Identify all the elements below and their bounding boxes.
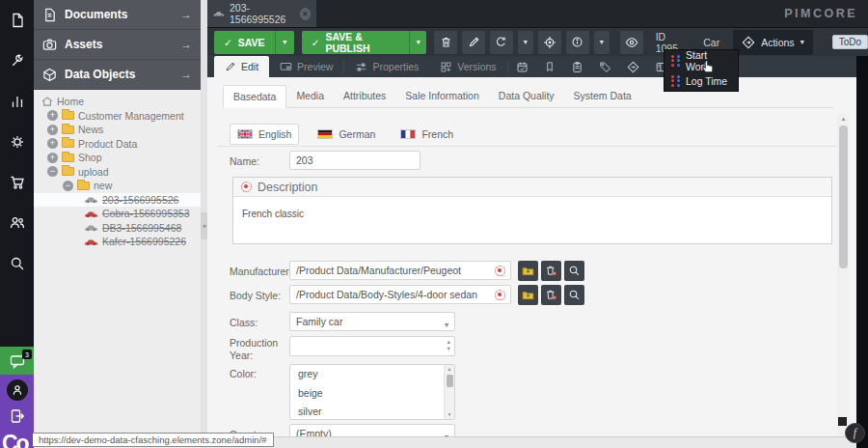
save-publish-dropdown-caret[interactable]: ▾ [409,31,426,54]
scroll-up-icon[interactable]: ▲ [837,114,850,124]
tab-media[interactable]: Media [286,85,334,107]
folder-icon [62,139,74,148]
object-tab-203[interactable]: 203-1566995526 ✕ [207,0,316,27]
body-style-open-button[interactable] [518,285,538,305]
tree-item-cobra[interactable]: Cobra-1566995353 [34,207,201,221]
body-style-remove-button[interactable] [541,285,561,305]
tree-item-label: DB3-1566995468 [102,222,181,234]
expand-icon[interactable]: + [47,138,58,149]
reload-button[interactable] [490,31,513,54]
class-select[interactable]: Family car ▾ [289,312,455,331]
avatar[interactable] [7,379,28,401]
tab-sale-information[interactable]: Sale Information [395,85,488,107]
tab-edit[interactable]: Edit [214,56,269,77]
tree-item-db3[interactable]: DB3-1566995468 [34,221,201,236]
workflow-button[interactable] [619,56,647,77]
name-input[interactable]: 203 [289,151,420,170]
actions-button[interactable]: Actions ▾ [733,30,812,55]
color-option-beige[interactable]: beige [290,384,454,404]
tree-item-customer-management[interactable]: + Customer Management [34,109,201,124]
description-input[interactable]: French classic [233,197,831,231]
tab-properties[interactable]: Properties [344,56,429,77]
close-icon[interactable]: ✕ [300,8,311,20]
search-icon[interactable] [0,243,34,284]
tree-item-home[interactable]: Home [34,95,201,109]
accordion-data-objects[interactable]: Data Objects → [34,60,201,90]
lang-tab-english[interactable]: English [230,124,299,145]
tree-item-203[interactable]: 203-1566995526 [34,193,201,208]
tab-versions[interactable]: Versions [429,56,506,77]
wrench-icon[interactable] [0,41,34,81]
collapse-icon[interactable]: − [63,181,73,191]
reports-button[interactable] [563,56,591,77]
tab-preview[interactable]: Preview [269,56,343,77]
locate-in-tree-button[interactable] [538,31,561,54]
body-style-search-button[interactable] [564,285,584,305]
cart-icon[interactable] [0,162,34,203]
manufacturer-search-button[interactable] [564,261,584,281]
manufacturer-input[interactable]: /Product Data/Manufacturer/Peugeot [289,261,511,280]
lang-tab-french[interactable]: French [393,125,460,144]
lang-tab-german[interactable]: German [311,125,382,144]
expand-icon[interactable]: + [47,125,58,135]
tree-item-kafer[interactable]: Kafer-1566995226 [34,235,201,249]
spinner-down-icon[interactable]: ▼ [447,346,451,351]
tree-item-product-data[interactable]: + Product Data [34,137,201,152]
spinner-up-icon[interactable]: ▲ [447,339,451,345]
color-option-grey[interactable]: grey [290,365,454,384]
expand-icon[interactable]: + [47,110,58,121]
body-style-input[interactable]: /Product Data/Body-Styles/4-door sedan [289,285,511,304]
save-button[interactable]: ✓SAVE ▾ [214,31,294,54]
chat-button[interactable]: 3 [0,347,34,375]
collapse-icon[interactable]: − [47,166,58,177]
scroll-thumb[interactable] [447,375,453,387]
notes-button[interactable] [536,56,563,77]
manufacturer-remove-button[interactable] [541,261,561,281]
language-tab-bar: English German French [230,124,856,145]
expand-icon[interactable]: + [47,153,58,163]
color-option-silver[interactable]: silver [290,403,454,420]
open-preview-button[interactable] [620,31,643,54]
todo-badge[interactable]: ToDo [832,35,868,49]
tags-button[interactable] [591,56,619,77]
users-icon[interactable] [0,203,34,243]
tree-item-new[interactable]: − new [34,179,201,193]
scroll-thumb[interactable] [839,126,848,268]
accordion-documents[interactable]: Documents → [34,0,201,30]
reload-dropdown-caret[interactable]: ▾ [518,31,533,54]
production-year-input[interactable]: ▲▼ [289,336,455,356]
tab-data-quality[interactable]: Data Quality [489,85,564,107]
name-label: Name: [230,155,284,168]
color-scrollbar[interactable]: ▲ ▼ [444,365,454,419]
tab-attributes[interactable]: Attributes [334,85,395,107]
tree-item-news[interactable]: + News [34,123,201,137]
color-multiselect[interactable]: grey beige silver ▲ ▼ [289,364,455,420]
refresh-icon [495,36,507,48]
content-scrollbar[interactable]: ▲ [837,114,850,436]
file-icon[interactable] [0,0,34,41]
scroll-down-icon[interactable]: ▼ [445,410,454,419]
tree-item-upload[interactable]: − upload [34,165,201,180]
rename-button[interactable] [462,31,485,54]
extension-badge[interactable]: f [845,423,865,443]
tab-label: Properties [372,61,419,72]
menu-item-log-time[interactable]: Log Time [665,70,738,91]
scroll-up-icon[interactable]: ▲ [445,365,454,374]
schedule-button[interactable] [508,56,536,77]
info-dropdown-caret[interactable]: ▾ [594,31,610,54]
tree-item-shop[interactable]: + Shop [34,151,201,165]
save-publish-button[interactable]: ✓SAVE & PUBLISH ▾ [302,31,427,54]
gear-icon[interactable] [0,122,34,162]
tab-basedata[interactable]: Basedata [223,85,286,108]
tab-system-data[interactable]: System Data [564,85,641,107]
info-button[interactable] [566,31,589,54]
manufacturer-open-button[interactable] [518,261,538,281]
panel-splitter[interactable]: ◂ [201,0,207,448]
logout-icon[interactable] [7,408,28,424]
bar-chart-icon[interactable] [0,81,34,122]
collapse-panel-handle[interactable]: ◂ [201,212,207,239]
accordion-assets[interactable]: Assets → [34,30,201,60]
spinner-arrows[interactable]: ▲▼ [447,339,451,351]
delete-button[interactable] [434,31,457,54]
save-dropdown-caret[interactable]: ▾ [275,31,294,54]
